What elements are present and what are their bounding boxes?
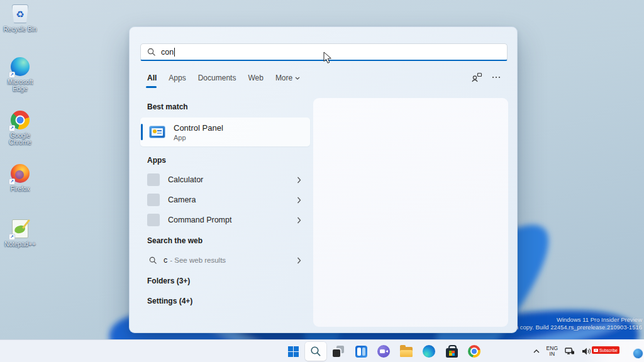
hidden-icons-button[interactable] xyxy=(533,349,540,353)
shortcut-arrow-icon: ↗ xyxy=(9,72,15,78)
search-button[interactable] xyxy=(305,342,326,361)
chevron-right-icon xyxy=(297,217,301,224)
edge-icon xyxy=(423,345,435,358)
search-icon xyxy=(147,48,155,56)
task-view-button[interactable] xyxy=(328,342,349,361)
tab-more[interactable]: More xyxy=(275,74,300,82)
text-caret xyxy=(174,48,175,57)
start-button[interactable] xyxy=(282,342,304,361)
desktop: ♻ Recycle Bin ↗ Microsoft Edge ↗ Google … xyxy=(0,0,644,362)
chevron-right-icon xyxy=(297,177,301,184)
network-icon[interactable] xyxy=(565,347,575,356)
more-options-icon[interactable] xyxy=(492,73,501,82)
folders-group[interactable]: Folders (3+) xyxy=(147,277,190,285)
widgets-button[interactable] xyxy=(350,342,372,361)
desktop-icon-notepad-plus-plus[interactable]: ↗ Notepad++ xyxy=(3,219,38,248)
store-button[interactable] xyxy=(441,342,462,361)
desktop-icon-google-chrome[interactable]: ↗ Google Chrome xyxy=(3,110,38,146)
search-icon xyxy=(310,346,321,357)
best-match-result-control-panel[interactable]: Control Panel App xyxy=(140,118,310,146)
file-explorer-icon xyxy=(400,347,413,357)
result-subtitle: App xyxy=(174,134,223,141)
web-query: c xyxy=(164,256,167,265)
search-icon xyxy=(149,256,157,264)
apps-header: Apps xyxy=(147,156,166,165)
chevron-right-icon xyxy=(297,197,301,204)
search-the-web-header: Search the web xyxy=(147,236,203,245)
search-query-text: con xyxy=(161,48,174,57)
chrome-button[interactable] xyxy=(464,342,485,361)
chevron-up-icon xyxy=(533,349,540,353)
video-overlay: Subscribe xyxy=(584,339,644,362)
file-explorer-button[interactable] xyxy=(396,342,417,361)
youtube-play-icon xyxy=(594,349,598,352)
system-tray: ENG IN xyxy=(533,340,592,362)
taskbar: ENG IN xyxy=(0,339,644,362)
desktop-icon-label: Microsoft Edge xyxy=(3,79,38,92)
panel-actions xyxy=(472,72,501,82)
desktop-icon-label: Google Chrome xyxy=(3,132,38,146)
result-title: Control Panel xyxy=(174,123,223,133)
desktop-icon-label: Firefox xyxy=(3,185,38,192)
account-icon[interactable] xyxy=(472,72,482,82)
selection-accent-bar xyxy=(141,124,143,140)
calculator-icon xyxy=(147,173,160,186)
search-tabs: All Apps Documents Web More xyxy=(147,74,300,82)
channel-avatar xyxy=(633,348,643,359)
language-indicator[interactable]: ENG IN xyxy=(547,346,558,357)
app-result-camera[interactable]: Camera xyxy=(140,190,310,210)
subscribe-badge: Subscribe xyxy=(592,346,619,354)
active-tab-underline xyxy=(146,86,157,88)
chevron-right-icon xyxy=(297,257,301,264)
desktop-icon-label: Notepad++ xyxy=(3,241,38,248)
microsoft-store-icon xyxy=(446,348,458,358)
recycle-bin-icon: ♻ xyxy=(12,4,28,23)
tab-web[interactable]: Web xyxy=(248,74,263,82)
shortcut-arrow-icon: ↗ xyxy=(9,125,15,131)
command-prompt-icon xyxy=(147,214,160,226)
web-suffix: - See web results xyxy=(170,256,226,264)
app-result-calculator[interactable]: Calculator xyxy=(140,170,310,190)
chat-icon xyxy=(377,345,390,358)
shortcut-arrow-icon: ↗ xyxy=(9,234,15,240)
chat-button[interactable] xyxy=(373,342,394,361)
desktop-icon-recycle-bin[interactable]: ♻ Recycle Bin xyxy=(3,4,38,33)
chrome-icon xyxy=(468,345,480,358)
desktop-icon-firefox[interactable]: ↗ Firefox xyxy=(3,163,38,192)
preview-pane xyxy=(313,98,508,327)
search-input[interactable]: con xyxy=(140,43,508,61)
web-result-see-web-results[interactable]: c - See web results xyxy=(140,250,310,270)
settings-group[interactable]: Settings (4+) xyxy=(147,297,192,305)
windows-logo-icon xyxy=(288,346,299,357)
desktop-icon-label: Recycle Bin xyxy=(3,26,38,33)
search-flyout-panel: con All Apps Documents Web More xyxy=(129,26,518,333)
control-panel-icon xyxy=(149,126,165,138)
widgets-icon xyxy=(355,346,367,358)
edge-button[interactable] xyxy=(418,342,440,361)
tab-all[interactable]: All xyxy=(147,74,157,82)
shortcut-arrow-icon: ↗ xyxy=(9,178,15,185)
chevron-down-icon xyxy=(295,77,300,80)
tab-apps[interactable]: Apps xyxy=(169,74,186,82)
desktop-icon-microsoft-edge[interactable]: ↗ Microsoft Edge xyxy=(3,57,38,92)
best-match-header: Best match xyxy=(147,102,188,111)
camera-icon xyxy=(147,194,160,206)
tab-documents[interactable]: Documents xyxy=(198,74,236,82)
task-view-icon xyxy=(333,346,344,357)
app-result-command-prompt[interactable]: Command Prompt xyxy=(140,210,310,230)
